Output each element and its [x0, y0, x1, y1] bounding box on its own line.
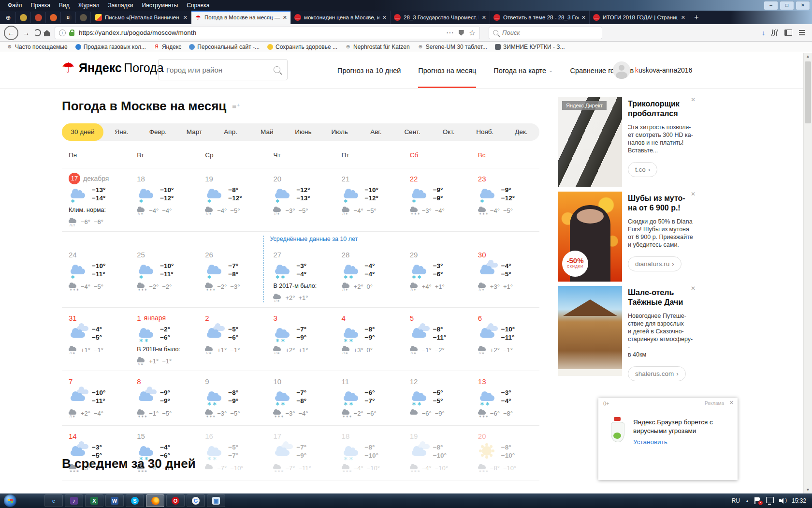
- month-tab[interactable]: Авг.: [358, 123, 394, 141]
- month-tab[interactable]: Март: [176, 123, 212, 141]
- bookmark-item[interactable]: Персональный сайт -...: [189, 44, 260, 50]
- browser-search-box[interactable]: [489, 27, 602, 39]
- globe-icon[interactable]: ⊕: [1, 12, 16, 23]
- scroll-down-icon[interactable]: ▼: [804, 488, 812, 492]
- popup-close-icon[interactable]: ✕: [729, 400, 734, 406]
- close-tab-icon[interactable]: ✕: [482, 15, 486, 21]
- close-tab-icon[interactable]: ✕: [581, 15, 586, 21]
- ad-image[interactable]: Яндекс.Директ: [558, 97, 622, 187]
- month-tab[interactable]: Июль: [321, 123, 358, 141]
- ad-link-button[interactable]: dianafurs.ru›: [628, 256, 682, 271]
- orange-site-icon[interactable]: [46, 12, 61, 23]
- language-indicator[interactable]: RU: [732, 497, 740, 504]
- ad-link-button[interactable]: t.co›: [628, 162, 657, 177]
- menu-item[interactable]: Справка: [183, 1, 213, 10]
- browser-tab[interactable]: —ИТОГИ 2018 ГОДА! | Страница✕: [590, 11, 689, 24]
- menu-item[interactable]: Вид: [55, 1, 73, 10]
- month-tab[interactable]: Апр.: [213, 123, 249, 141]
- bookmark-item[interactable]: ЗИМНИЕ КУРТКИ - З...: [495, 44, 565, 50]
- taskbar-app-opera[interactable]: O: [166, 494, 185, 507]
- url-bar[interactable]: ⋯ ☆: [55, 27, 480, 39]
- menu-item[interactable]: Инструменты: [138, 1, 182, 10]
- taskbar-app-google[interactable]: G: [187, 494, 205, 507]
- month-tab[interactable]: Нояб.: [467, 123, 503, 141]
- library-icon[interactable]: [771, 30, 778, 36]
- month-tab[interactable]: Окт.: [431, 123, 467, 141]
- site-nav-item[interactable]: Прогноз на 10 дней: [337, 53, 401, 88]
- emblem-icon[interactable]: [76, 12, 91, 23]
- taskbar-app-skype[interactable]: S: [126, 494, 144, 507]
- close-tab-icon[interactable]: ✕: [283, 15, 287, 21]
- minimize-button[interactable]: –: [764, 1, 778, 10]
- ad-title[interactable]: Шубы из муто- на от 6 900 р.!: [628, 194, 695, 213]
- volume-icon[interactable]: ): [779, 498, 786, 504]
- menu-item[interactable]: Журнал: [74, 1, 103, 10]
- bookmark-item[interactable]: Продажа газовых кол...: [75, 44, 146, 50]
- ad-title[interactable]: Триколорщик проболтался: [628, 99, 695, 119]
- menu-icon[interactable]: [799, 30, 805, 35]
- new-tab-button[interactable]: +: [689, 11, 704, 24]
- ad-image[interactable]: -50%СКИДКИ: [558, 192, 622, 282]
- back-button[interactable]: ←: [4, 26, 18, 40]
- start-button[interactable]: [4, 494, 16, 507]
- city-search-box[interactable]: [158, 59, 288, 80]
- ad-close-icon[interactable]: ✕: [691, 285, 696, 292]
- month-tab[interactable]: Июнь: [285, 123, 321, 141]
- close-tab-icon[interactable]: ✕: [183, 15, 188, 21]
- browser-search-input[interactable]: [501, 29, 598, 37]
- month-tab[interactable]: 30 дней: [62, 123, 103, 141]
- ad-link-button[interactable]: shalerus.com›: [628, 366, 686, 381]
- scrollbar[interactable]: ▲ ▼: [803, 53, 812, 493]
- bookmark-star-icon[interactable]: ☆: [469, 28, 476, 37]
- menu-item[interactable]: Закладки: [104, 1, 137, 10]
- downloads-icon[interactable]: ↓: [762, 29, 765, 37]
- site-nav-item[interactable]: Погода на карте⌄: [493, 53, 552, 88]
- month-tab[interactable]: Май: [249, 123, 285, 141]
- taskbar-app-internet-explorer[interactable]: e: [44, 494, 63, 507]
- ad-title[interactable]: Шале-отель Таёжные Дачи: [628, 288, 695, 307]
- taskbar-app-firefox[interactable]: [146, 494, 164, 507]
- red-site-icon[interactable]: [31, 12, 46, 23]
- menu-item[interactable]: Файл: [4, 1, 26, 10]
- taskbar-app-photo-viewer[interactable]: ▣: [207, 494, 225, 507]
- menu-item[interactable]: Правка: [27, 1, 55, 10]
- city-search-icon[interactable]: [274, 66, 280, 73]
- user-account[interactable]: kuskova-anna2016: [613, 61, 692, 79]
- ad-close-icon[interactable]: ✕: [691, 191, 696, 197]
- bookmark-item[interactable]: ⊕Serene-UM 30 таблет...: [418, 44, 487, 50]
- wreath-icon[interactable]: [16, 12, 31, 23]
- taskbar-app-word[interactable]: W: [105, 494, 124, 507]
- bookmark-item[interactable]: ⚙Часто посещаемые: [7, 44, 68, 50]
- browser-tab[interactable]: Письмо «[Наталья Винничен✕: [92, 11, 191, 24]
- bookmark-item[interactable]: ⊕Nephrostat für Katzen: [345, 44, 410, 50]
- sidebar-icon[interactable]: [784, 30, 792, 36]
- reload-button[interactable]: [34, 29, 41, 36]
- avatar[interactable]: [613, 61, 630, 79]
- taskbar-app-media-app[interactable]: ♪: [65, 494, 83, 507]
- ad-close-icon[interactable]: ✕: [691, 96, 696, 103]
- yandex-weather-logo[interactable]: ☂ Яндекс Погода: [62, 60, 164, 75]
- hidden-icons-button[interactable]: ▲: [745, 499, 749, 503]
- url-input[interactable]: [78, 29, 443, 37]
- close-tab-icon[interactable]: ✕: [681, 15, 685, 21]
- browser-tab[interactable]: ☂Погода в Москве на месяц —✕: [191, 11, 291, 24]
- pocket-icon[interactable]: [459, 30, 464, 36]
- page-actions-icon[interactable]: ⋯: [446, 28, 454, 37]
- site-nav-item[interactable]: Прогноз на месяц: [418, 53, 476, 88]
- add-to-list-icon[interactable]: ≡⁺: [232, 102, 240, 111]
- vk-video-icon[interactable]: B: [61, 12, 76, 23]
- month-tab[interactable]: Янв.: [103, 123, 140, 141]
- browser-tab[interactable]: —Ответить в теме 28 - 28_3 Госу✕: [490, 11, 590, 24]
- close-button[interactable]: ✕: [796, 1, 810, 10]
- bookmark-item[interactable]: ЯЯндекс: [154, 44, 181, 50]
- network-icon[interactable]: [766, 497, 774, 503]
- month-tab[interactable]: Сент.: [394, 123, 430, 141]
- month-tab[interactable]: Дек.: [503, 123, 539, 141]
- home-button[interactable]: [44, 30, 50, 36]
- month-tab[interactable]: Февр.: [140, 123, 176, 141]
- browser-tab[interactable]: —28_3 Государство Чаромест. В✕: [391, 11, 490, 24]
- scroll-up-icon[interactable]: ▲: [804, 54, 812, 59]
- popup-install-link[interactable]: Установить: [633, 438, 667, 446]
- info-icon[interactable]: [59, 30, 66, 36]
- clock[interactable]: 15:32: [792, 497, 806, 504]
